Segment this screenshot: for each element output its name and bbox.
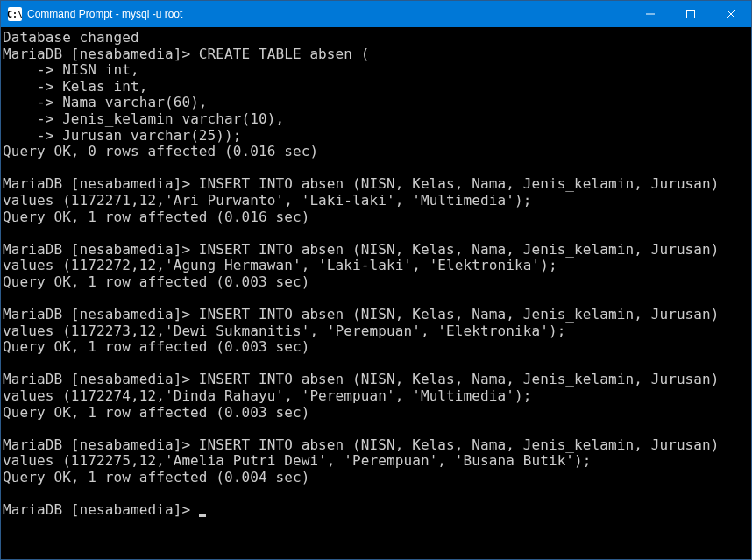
maximize-button[interactable] xyxy=(670,1,711,27)
maximize-icon xyxy=(686,10,695,18)
close-icon xyxy=(727,10,735,18)
window-titlebar: C:\ Command Prompt - mysql -u root xyxy=(1,1,751,27)
window-controls xyxy=(630,1,751,27)
terminal-cursor xyxy=(199,514,206,517)
minimize-button[interactable] xyxy=(630,1,670,27)
cmd-icon: C:\ xyxy=(8,7,22,21)
terminal-output[interactable]: Database changed MariaDB [nesabamedia]> … xyxy=(1,27,751,559)
close-button[interactable] xyxy=(711,1,751,27)
window-title: Command Prompt - mysql -u root xyxy=(27,8,630,20)
svg-rect-1 xyxy=(687,11,695,18)
minimize-icon xyxy=(646,10,655,18)
